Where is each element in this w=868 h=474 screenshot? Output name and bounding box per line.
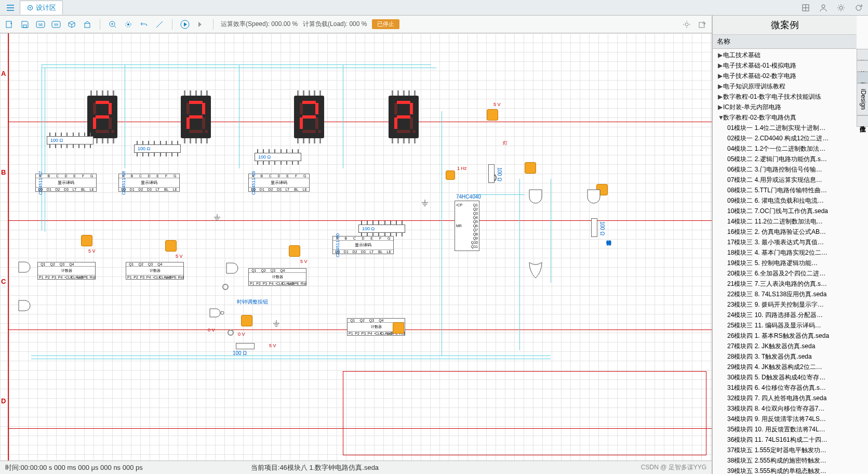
push-button[interactable]	[393, 322, 404, 334]
tree-item[interactable]: 20模块三 6.全加器及2个四位二进…	[713, 268, 857, 279]
chip-74hc4040[interactable]: 74HC4040 ›CPQ1 Q2Q3 Q4Q5 MRQ6 Q7Q8 Q9Q10…	[455, 201, 479, 251]
tree-item[interactable]: 24模块三 10. 四路选择器.分配器…	[713, 310, 857, 320]
chip-counter[interactable]: Q1Q2Q3Q4 计数器 P1P2P3P4›CLKCLKoutU/DPERst	[126, 262, 184, 280]
tree-item[interactable]: 10模块二 7.OC门线与工作仿真.seda	[713, 206, 857, 216]
push-button[interactable]	[81, 235, 92, 246]
resistor-network[interactable]: 100 Ω	[47, 136, 94, 144]
tree-item[interactable]: 19模块三 5. 控制电路逻辑功能…	[713, 258, 857, 268]
chip-cd4511[interactable]: CD4511-18 ABCDEFG 显示译码 D0D1D2D3LTBLLE	[118, 174, 180, 192]
tree-item[interactable]: 33模块四 8. 4位双向移位寄存器7…	[713, 403, 857, 414]
tree-category[interactable]: ▶电工技术基础	[713, 50, 857, 60]
tree-item[interactable]: 31模块四 6. 4位移位寄存器仿真.s…	[713, 383, 857, 393]
unpack-icon[interactable]	[82, 19, 92, 30]
tree-item[interactable]: 23模块三 9. 拨码开关控制显示字…	[713, 299, 857, 310]
and-gate[interactable]	[225, 262, 241, 274]
probe[interactable]	[228, 330, 234, 336]
side-tab[interactable]: 芯片库	[857, 60, 868, 72]
tree-item[interactable]: 38模块五 2.555构成的施密特触发…	[713, 455, 857, 466]
tree-item[interactable]: 22模块三 8. 74LS138应用仿真.seda	[713, 289, 857, 299]
new-icon[interactable]	[4, 19, 15, 30]
and-gate[interactable]	[18, 261, 33, 273]
save-icon[interactable]	[20, 19, 30, 30]
tree-item[interactable]: 14模块二 11.2位二进制数加法电…	[713, 216, 857, 227]
tree-item[interactable]: 35模块四 10. 用反馈置数法将74L…	[713, 424, 857, 434]
seven-segment-display[interactable]	[294, 96, 324, 138]
binary2-icon[interactable]: 99	[51, 19, 61, 30]
tab-design[interactable]: 设计区	[20, 1, 63, 15]
tree-item[interactable]: 28模块四 3. T触发器仿真.seda	[713, 351, 857, 362]
binary1-icon[interactable]: 98	[35, 19, 46, 30]
tree-item[interactable]: 26模块四 1. 基本RS触发器仿真.seda	[713, 331, 857, 341]
tree-item[interactable]: 32模块四 7. 四人抢答电路仿真.seda	[713, 393, 857, 403]
and-gate[interactable]	[586, 189, 601, 206]
tree-item[interactable]: 21模块三 7.三人表决电路的仿真.s…	[713, 279, 857, 289]
tree-item[interactable]: 30模块四 5. D触发器构成4位寄存…	[713, 372, 857, 383]
tree-category[interactable]: ▶电子知识原理训练教程	[713, 81, 857, 91]
line-icon[interactable]	[154, 19, 165, 30]
tree-item[interactable]: 17模块三 3. 最小项表达式与真值…	[713, 237, 857, 247]
push-button[interactable]	[165, 240, 177, 252]
zoom-fit-icon[interactable]	[123, 19, 133, 30]
nand-gate[interactable]	[209, 308, 226, 318]
tree-item[interactable]: 16模块三 2. 仿真电路验证公式AB…	[713, 227, 857, 237]
tree-item[interactable]: 08模块二 5.TTL门电路传输特性曲…	[713, 185, 857, 195]
push-button[interactable]	[487, 109, 498, 121]
tree-category[interactable]: ▼数字教程-02-数字电路仿真	[713, 112, 857, 123]
seven-segment-display[interactable]	[87, 96, 117, 138]
step-icon[interactable]	[195, 19, 206, 30]
chip-cd4511[interactable]: CD4511-17 ABCDEFG 显示译码 D0D1D2D3LTBLLE	[35, 174, 97, 192]
tree-item[interactable]: 34模块四 9. 用反馈清零法将74LS…	[713, 414, 857, 424]
tree-category[interactable]: ▶电子技术基础-01-模拟电路	[713, 60, 857, 71]
probe[interactable]	[222, 284, 229, 290]
push-button[interactable]	[241, 315, 252, 326]
resistor[interactable]	[236, 343, 255, 349]
resistor[interactable]	[488, 164, 495, 183]
chip-cd4511[interactable]: CD4511-20 ABCDEFG 显示译码 D0D1D2D3LTBLLE	[332, 236, 394, 254]
tree-item[interactable]: 01模块一 1.4位二进制实现十进制…	[713, 123, 857, 133]
resistor[interactable]	[591, 218, 597, 237]
tree-item[interactable]: 39模块五 3.555构成的单稳态触发…	[713, 466, 857, 474]
tree-item[interactable]: 05模块二 2.逻辑门电路功能仿真.s…	[713, 154, 857, 164]
tree-view[interactable]: ▶电工技术基础▶电子技术基础-01-模拟电路▶电子技术基础-02-数字电路▶电子…	[713, 49, 857, 474]
seven-segment-display[interactable]	[181, 96, 211, 138]
push-button[interactable]	[289, 245, 300, 257]
settings-icon[interactable]	[682, 19, 692, 30]
resistor-network[interactable]: 100 Ω	[255, 153, 301, 161]
tree-item[interactable]: 29模块四 4. JK触发器构成2位二…	[713, 362, 857, 372]
menu-icon[interactable]	[4, 2, 17, 14]
chip-counter[interactable]: Q1Q2Q3Q4 计数器 P1P2P3P4›CLKCLKoutU/DPERst	[248, 268, 306, 286]
and-gate[interactable]	[528, 189, 543, 206]
gear-icon[interactable]	[836, 3, 846, 13]
side-tab[interactable]: 组件库	[857, 49, 868, 60]
push-button[interactable]	[446, 170, 455, 180]
package-icon[interactable]	[66, 19, 77, 30]
resistor-network[interactable]: 100 Ω	[358, 225, 405, 233]
chip-cd4511[interactable]: CD4511-19 ABCDEFG 显示译码 D0D1D2D3LTBLLE	[248, 174, 310, 192]
tree-item[interactable]: 18模块三 4. 基本门电路实现2位二…	[713, 247, 857, 258]
tree-item[interactable]: 37模块五 1.555定时器电平触发功…	[713, 445, 857, 455]
tree-item[interactable]: 04模块二 1.2个一位二进制数加法…	[713, 143, 857, 154]
side-tab[interactable]: 作业批改	[857, 115, 868, 127]
layout-icon[interactable]	[800, 3, 811, 13]
seven-segment-display[interactable]	[389, 96, 419, 138]
canvas[interactable]: A B C D	[0, 33, 712, 460]
tree-item[interactable]: 02模块一 2.CD4040 构成12位二进…	[713, 133, 857, 143]
and-gate[interactable]	[18, 299, 33, 312]
zoom-in-icon[interactable]	[108, 19, 118, 30]
tree-item[interactable]: 27模块四 2. JK触发器仿真.seda	[713, 341, 857, 351]
tree-item[interactable]: 36模块四 11. 74LS161构成二十四…	[713, 434, 857, 445]
export-icon[interactable]	[697, 19, 707, 30]
tree-category[interactable]: ▶IC封装-单元内部电路	[713, 102, 857, 112]
run-icon[interactable]	[180, 19, 190, 30]
refresh-icon[interactable]	[853, 3, 864, 13]
user-icon[interactable]	[818, 3, 829, 13]
tree-item[interactable]: 25模块三 11. 编码器及显示译码…	[713, 320, 857, 331]
tree-item[interactable]: 06模块二 3.门电路控制信号传输…	[713, 164, 857, 175]
chip-counter[interactable]: Q1Q2Q3Q4 计数器 P1P2P3P4›CLKCLKoutU/DPERst	[37, 262, 96, 280]
push-button[interactable]	[525, 162, 536, 174]
or-gate[interactable]	[528, 261, 543, 279]
tree-category[interactable]: ▶电子技术基础-02-数字电路	[713, 71, 857, 81]
undo-icon[interactable]	[139, 19, 149, 30]
resistor-network[interactable]: 100 Ω	[134, 144, 181, 153]
side-tab[interactable]: 微案例	[857, 72, 868, 83]
